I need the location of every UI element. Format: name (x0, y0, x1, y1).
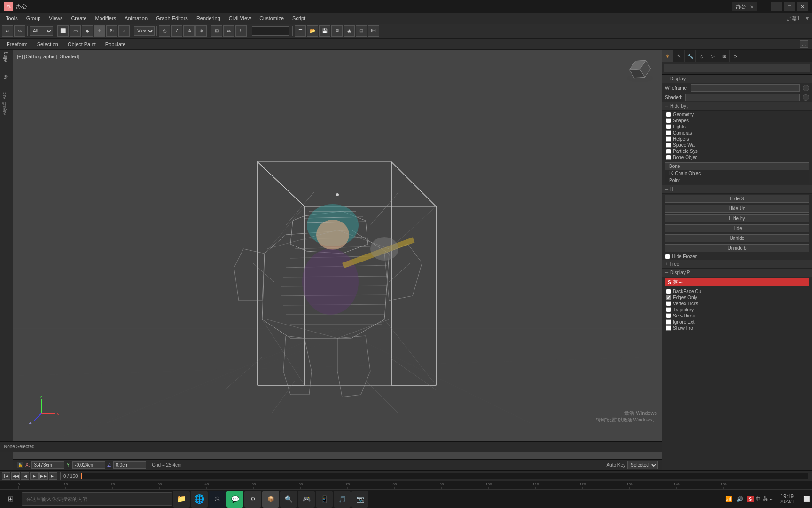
rp-tab-display-2[interactable]: ⊞ (718, 50, 730, 62)
taskbar-app2[interactable]: 📦 (262, 491, 279, 508)
freeze-section-header[interactable]: + Free (662, 260, 812, 269)
prev-key-button[interactable]: ◀◀ (11, 472, 20, 480)
layer-manager[interactable]: ☰ (295, 25, 306, 37)
selected-dropdown[interactable]: Selected (627, 461, 658, 469)
view-dropdown[interactable]: View (134, 26, 155, 36)
spinner-snap[interactable]: ⊕ (195, 25, 207, 37)
scale-button[interactable]: ⤢ (118, 25, 130, 37)
taskbar-app4[interactable]: 📱 (316, 491, 333, 508)
selection-item[interactable]: Selection (34, 40, 61, 48)
extra-btn[interactable]: ... (800, 40, 808, 48)
menu-civil-view[interactable]: Civil View (225, 15, 255, 22)
trajectory-check[interactable] (666, 307, 671, 312)
play-forward-button[interactable]: ▶ (30, 472, 39, 480)
taskbar-edge[interactable]: 🌐 (191, 491, 208, 508)
taskbar-app5[interactable]: 🎵 (334, 491, 351, 508)
filter-dropdown[interactable]: All (30, 26, 53, 36)
mirror-button[interactable]: ⇔ (223, 25, 234, 37)
rp-tab-create[interactable]: ✎ (673, 50, 685, 62)
unhide-by-button[interactable]: Unhide b (665, 244, 809, 252)
bone-item[interactable]: Bone (665, 163, 809, 170)
prev-frame-button[interactable]: |◀ (2, 472, 10, 480)
hide-helpers-check[interactable] (666, 136, 671, 142)
close-button[interactable]: ✕ (797, 2, 808, 11)
snap-toggle[interactable]: ◎ (159, 25, 170, 37)
select-button[interactable]: ⬜ (57, 25, 69, 37)
material-editor[interactable]: ◉ (344, 25, 355, 37)
align-button[interactable]: ⊞ (211, 25, 222, 37)
start-button[interactable]: ⊞ (2, 491, 19, 508)
rotate-button[interactable]: ↻ (106, 25, 117, 37)
active-tab[interactable]: 办公 (736, 3, 746, 10)
hide-frozen-check[interactable] (665, 254, 670, 259)
vertex-ticks-check[interactable] (666, 301, 671, 306)
lock-icon[interactable]: 🔒 (17, 462, 23, 468)
hide-particles-check[interactable] (666, 149, 671, 154)
ignore-extents-check[interactable] (666, 319, 671, 325)
menu-animation[interactable]: Animation (121, 15, 151, 22)
taskbar-search[interactable] (22, 492, 172, 506)
ime-mode[interactable]: 中 (756, 495, 761, 502)
menu-views[interactable]: Views (45, 15, 66, 22)
save-button[interactable]: 💾 (319, 25, 330, 37)
hide-bone-obj-check[interactable] (666, 155, 671, 160)
schematic-view[interactable]: ⊟ (356, 25, 367, 37)
menu-create[interactable]: Create (67, 15, 90, 22)
new-tab-button[interactable]: + (759, 1, 771, 12)
track-view[interactable]: 🎞 (368, 25, 379, 37)
taskbar-file-explorer[interactable]: 📁 (173, 491, 190, 508)
hide-shapes-check[interactable] (666, 118, 671, 123)
hide-button[interactable]: Hide (665, 224, 809, 232)
angle-snap[interactable]: ∠ (171, 25, 182, 37)
close-tab-icon[interactable]: ✕ (750, 4, 754, 9)
screen-dropdown-icon[interactable]: ▼ (804, 15, 810, 22)
show-frozen-check[interactable] (666, 325, 671, 331)
hide-by-section-header[interactable]: ─ Hide by , (662, 102, 812, 111)
hide-lights-check[interactable] (666, 124, 671, 129)
select-obj-button[interactable]: ◆ (82, 25, 93, 37)
hide-geometry-check[interactable] (666, 112, 671, 117)
hide-cameras-check[interactable] (666, 130, 671, 135)
point-item[interactable]: Point (665, 177, 809, 184)
nav-cube[interactable] (626, 57, 654, 86)
rp-tab-hierarchy[interactable]: ◇ (696, 50, 707, 62)
volume-icon[interactable]: 🔊 (735, 494, 745, 504)
rp-search-input[interactable] (664, 64, 810, 72)
shaded-color-dot[interactable] (803, 94, 809, 101)
populate-item[interactable]: Populate (102, 40, 128, 48)
viewport[interactable]: [+] [Orthographic] [Shaded] (13, 50, 662, 481)
display-props-header[interactable]: ─ Display P (662, 269, 812, 277)
taskbar-steam[interactable]: ♨ (209, 491, 226, 508)
shaded-input[interactable] (685, 94, 800, 101)
undo-button[interactable]: ↩ (2, 25, 13, 37)
play-back-button[interactable]: ◀ (21, 472, 29, 480)
minimize-button[interactable]: — (771, 2, 782, 11)
redo-button[interactable]: ↪ (14, 25, 25, 37)
taskbar-app1[interactable]: ⚙ (244, 491, 261, 508)
rp-tab-utility[interactable]: ⚙ (730, 50, 741, 62)
show-desktop-button[interactable]: ⬜ (801, 494, 810, 504)
rp-tab-modify[interactable]: 🔧 (685, 50, 696, 62)
rp-tab-motion[interactable]: ▷ (707, 50, 718, 62)
display-section-header[interactable]: ─ Display (662, 75, 812, 83)
edges-only-check[interactable] (666, 295, 671, 300)
freeform-item[interactable]: Freeform (4, 40, 31, 48)
ime-lang[interactable]: 英 (763, 495, 768, 502)
wireframe-input[interactable] (691, 84, 800, 92)
menu-tools[interactable]: Tools (2, 15, 22, 22)
menu-modifiers[interactable]: Modifiers (91, 15, 120, 22)
taskbar-app3[interactable]: 🎮 (298, 491, 315, 508)
array-button[interactable]: ⠿ (235, 25, 247, 37)
taskbar-search2[interactable]: 🔍 (280, 491, 297, 508)
object-paint-item[interactable]: Object Paint (65, 40, 99, 48)
timeline-slider[interactable] (81, 473, 808, 479)
see-through-check[interactable] (666, 313, 671, 318)
taskbar-wechat[interactable]: 💬 (226, 491, 243, 508)
next-key-button[interactable]: ▶▶ (39, 472, 48, 480)
open-button[interactable]: 📂 (307, 25, 318, 37)
menu-graph-editors[interactable]: Graph Editors (152, 15, 192, 22)
menu-rendering[interactable]: Rendering (193, 15, 224, 22)
unhide-button[interactable]: Unhide (665, 234, 809, 242)
hide-ops-section[interactable]: ─ H (662, 185, 812, 194)
percent-snap[interactable]: % (183, 25, 195, 37)
